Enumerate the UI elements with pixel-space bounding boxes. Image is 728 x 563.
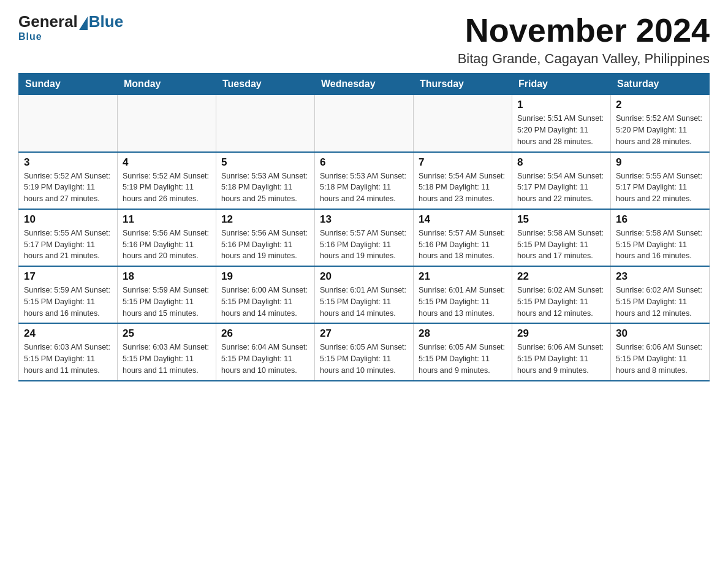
- day-info: Sunrise: 5:55 AM Sunset: 5:17 PM Dayligh…: [616, 170, 704, 205]
- day-number: 12: [221, 213, 309, 226]
- day-number: 17: [24, 270, 112, 283]
- day-info: Sunrise: 5:57 AM Sunset: 5:16 PM Dayligh…: [320, 228, 408, 262]
- day-info: Sunrise: 5:58 AM Sunset: 5:15 PM Dayligh…: [616, 228, 704, 262]
- calendar-cell: [118, 95, 216, 152]
- calendar-cell: 28Sunrise: 6:05 AM Sunset: 5:15 PM Dayli…: [414, 323, 512, 380]
- location-title: Bitag Grande, Cagayan Valley, Philippine…: [458, 51, 710, 67]
- day-number: 30: [616, 327, 704, 340]
- calendar-body: 1Sunrise: 5:51 AM Sunset: 5:20 PM Daylig…: [19, 95, 710, 381]
- calendar-week-3: 10Sunrise: 5:55 AM Sunset: 5:17 PM Dayli…: [19, 209, 710, 266]
- day-number: 8: [517, 156, 605, 169]
- day-info: Sunrise: 6:04 AM Sunset: 5:15 PM Dayligh…: [221, 342, 309, 376]
- calendar-cell: 17Sunrise: 5:59 AM Sunset: 5:15 PM Dayli…: [19, 266, 118, 323]
- calendar-week-4: 17Sunrise: 5:59 AM Sunset: 5:15 PM Dayli…: [19, 266, 710, 323]
- day-info: Sunrise: 5:57 AM Sunset: 5:16 PM Dayligh…: [419, 228, 507, 262]
- calendar-cell: 6Sunrise: 5:53 AM Sunset: 5:18 PM Daylig…: [315, 152, 414, 209]
- calendar-header-wednesday: Wednesday: [315, 74, 414, 95]
- day-info: Sunrise: 6:06 AM Sunset: 5:15 PM Dayligh…: [616, 342, 704, 376]
- day-info: Sunrise: 5:56 AM Sunset: 5:16 PM Dayligh…: [221, 228, 309, 262]
- day-number: 19: [221, 270, 309, 283]
- calendar-week-2: 3Sunrise: 5:52 AM Sunset: 5:19 PM Daylig…: [19, 152, 710, 209]
- day-info: Sunrise: 5:52 AM Sunset: 5:19 PM Dayligh…: [24, 170, 112, 205]
- calendar-cell: 4Sunrise: 5:52 AM Sunset: 5:19 PM Daylig…: [118, 152, 216, 209]
- day-number: 1: [517, 99, 605, 111]
- page-header: General Blue Blue November 2024 Bitag Gr…: [18, 12, 710, 67]
- day-info: Sunrise: 6:00 AM Sunset: 5:15 PM Dayligh…: [221, 285, 309, 319]
- day-number: 13: [320, 213, 408, 226]
- calendar-header-friday: Friday: [512, 74, 611, 95]
- day-info: Sunrise: 6:03 AM Sunset: 5:15 PM Dayligh…: [123, 342, 211, 376]
- calendar-cell: 7Sunrise: 5:54 AM Sunset: 5:18 PM Daylig…: [414, 152, 512, 209]
- calendar-cell: 3Sunrise: 5:52 AM Sunset: 5:19 PM Daylig…: [19, 152, 118, 209]
- calendar-cell: 29Sunrise: 6:06 AM Sunset: 5:15 PM Dayli…: [512, 323, 611, 380]
- day-info: Sunrise: 5:52 AM Sunset: 5:19 PM Dayligh…: [123, 170, 211, 205]
- logo: General Blue Blue: [18, 12, 123, 42]
- day-number: 28: [419, 327, 507, 340]
- day-number: 23: [616, 270, 704, 283]
- calendar-cell: 2Sunrise: 5:52 AM Sunset: 5:20 PM Daylig…: [611, 95, 710, 152]
- day-number: 5: [221, 156, 309, 169]
- day-info: Sunrise: 6:03 AM Sunset: 5:15 PM Dayligh…: [24, 342, 112, 376]
- calendar-cell: 15Sunrise: 5:58 AM Sunset: 5:15 PM Dayli…: [512, 209, 611, 266]
- day-number: 2: [616, 99, 704, 111]
- calendar-cell: 23Sunrise: 6:02 AM Sunset: 5:15 PM Dayli…: [611, 266, 710, 323]
- day-number: 9: [616, 156, 704, 169]
- day-info: Sunrise: 5:54 AM Sunset: 5:18 PM Dayligh…: [419, 170, 507, 205]
- day-info: Sunrise: 6:06 AM Sunset: 5:15 PM Dayligh…: [517, 342, 605, 376]
- calendar-week-1: 1Sunrise: 5:51 AM Sunset: 5:20 PM Daylig…: [19, 95, 710, 152]
- day-info: Sunrise: 6:01 AM Sunset: 5:15 PM Dayligh…: [419, 285, 507, 319]
- day-info: Sunrise: 5:58 AM Sunset: 5:15 PM Dayligh…: [517, 228, 605, 262]
- day-number: 20: [320, 270, 408, 283]
- calendar-cell: [414, 95, 512, 152]
- calendar-cell: 30Sunrise: 6:06 AM Sunset: 5:15 PM Dayli…: [611, 323, 710, 380]
- day-number: 10: [24, 213, 112, 226]
- day-info: Sunrise: 5:56 AM Sunset: 5:16 PM Dayligh…: [123, 228, 211, 262]
- calendar-header-thursday: Thursday: [414, 74, 512, 95]
- calendar-cell: 12Sunrise: 5:56 AM Sunset: 5:16 PM Dayli…: [216, 209, 315, 266]
- calendar-cell: 26Sunrise: 6:04 AM Sunset: 5:15 PM Dayli…: [216, 323, 315, 380]
- day-number: 7: [419, 156, 507, 169]
- calendar-cell: 13Sunrise: 5:57 AM Sunset: 5:16 PM Dayli…: [315, 209, 414, 266]
- calendar-header-tuesday: Tuesday: [216, 74, 315, 95]
- logo-bottom-text: Blue: [18, 31, 42, 42]
- calendar-cell: 20Sunrise: 6:01 AM Sunset: 5:15 PM Dayli…: [315, 266, 414, 323]
- day-info: Sunrise: 6:01 AM Sunset: 5:15 PM Dayligh…: [320, 285, 408, 319]
- calendar-cell: 16Sunrise: 5:58 AM Sunset: 5:15 PM Dayli…: [611, 209, 710, 266]
- day-number: 26: [221, 327, 309, 340]
- calendar-cell: [315, 95, 414, 152]
- calendar-cell: 21Sunrise: 6:01 AM Sunset: 5:15 PM Dayli…: [414, 266, 512, 323]
- calendar-cell: [19, 95, 118, 152]
- day-number: 4: [123, 156, 211, 169]
- calendar-cell: 27Sunrise: 6:05 AM Sunset: 5:15 PM Dayli…: [315, 323, 414, 380]
- day-info: Sunrise: 5:53 AM Sunset: 5:18 PM Dayligh…: [320, 170, 408, 205]
- day-number: 22: [517, 270, 605, 283]
- day-info: Sunrise: 6:02 AM Sunset: 5:15 PM Dayligh…: [616, 285, 704, 319]
- day-info: Sunrise: 6:05 AM Sunset: 5:15 PM Dayligh…: [419, 342, 507, 376]
- logo-general-text: General: [18, 12, 78, 31]
- day-number: 27: [320, 327, 408, 340]
- calendar-header-row: SundayMondayTuesdayWednesdayThursdayFrid…: [19, 74, 710, 95]
- day-number: 16: [616, 213, 704, 226]
- calendar-cell: 25Sunrise: 6:03 AM Sunset: 5:15 PM Dayli…: [118, 323, 216, 380]
- logo-triangle-icon: [79, 17, 88, 30]
- month-title: November 2024: [458, 12, 710, 48]
- day-number: 25: [123, 327, 211, 340]
- calendar-cell: 19Sunrise: 6:00 AM Sunset: 5:15 PM Dayli…: [216, 266, 315, 323]
- day-number: 14: [419, 213, 507, 226]
- calendar-cell: 14Sunrise: 5:57 AM Sunset: 5:16 PM Dayli…: [414, 209, 512, 266]
- day-info: Sunrise: 5:59 AM Sunset: 5:15 PM Dayligh…: [123, 285, 211, 319]
- calendar-cell: 1Sunrise: 5:51 AM Sunset: 5:20 PM Daylig…: [512, 95, 611, 152]
- day-number: 11: [123, 213, 211, 226]
- calendar-cell: 8Sunrise: 5:54 AM Sunset: 5:17 PM Daylig…: [512, 152, 611, 209]
- calendar-header-monday: Monday: [118, 74, 216, 95]
- day-info: Sunrise: 6:05 AM Sunset: 5:15 PM Dayligh…: [320, 342, 408, 376]
- calendar-week-5: 24Sunrise: 6:03 AM Sunset: 5:15 PM Dayli…: [19, 323, 710, 380]
- day-number: 21: [419, 270, 507, 283]
- calendar-cell: [216, 95, 315, 152]
- calendar-cell: 24Sunrise: 6:03 AM Sunset: 5:15 PM Dayli…: [19, 323, 118, 380]
- day-number: 29: [517, 327, 605, 340]
- day-number: 18: [123, 270, 211, 283]
- title-area: November 2024 Bitag Grande, Cagayan Vall…: [458, 12, 710, 67]
- calendar-cell: 10Sunrise: 5:55 AM Sunset: 5:17 PM Dayli…: [19, 209, 118, 266]
- calendar-cell: 18Sunrise: 5:59 AM Sunset: 5:15 PM Dayli…: [118, 266, 216, 323]
